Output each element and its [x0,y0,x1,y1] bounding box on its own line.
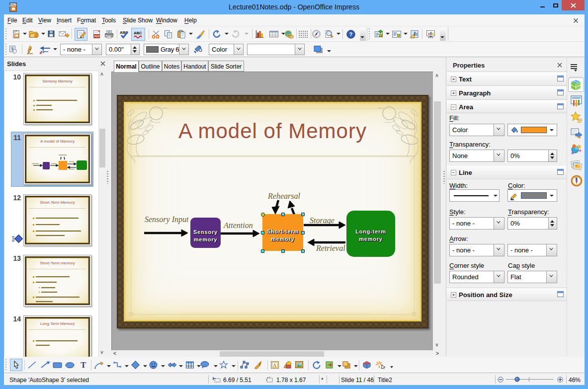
svg-text:T: T [81,360,86,369]
svg-text:A: A [273,363,277,368]
svg-text:N: N [576,177,578,180]
svg-text:PDF: PDF [94,35,100,38]
svg-text:?: ? [349,31,353,37]
svg-text:ABC: ABC [134,31,142,35]
